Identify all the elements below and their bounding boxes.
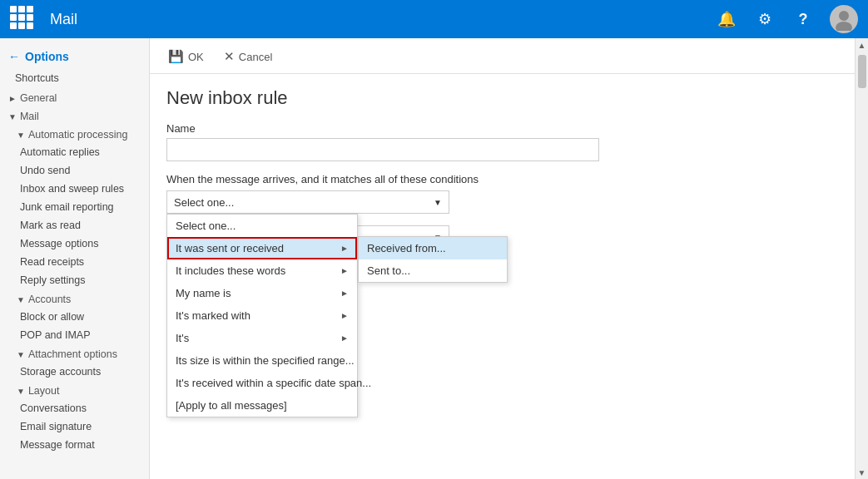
sidebar-item-shortcuts[interactable]: Shortcuts bbox=[0, 68, 149, 88]
dropdown-item-label: [Apply to all messages] bbox=[176, 399, 287, 412]
condition-dropdown-arrow-icon: ▼ bbox=[434, 198, 442, 207]
dropdown-item-marked-with[interactable]: It's marked with ► bbox=[167, 304, 357, 327]
gear-icon[interactable]: ⚙ bbox=[753, 7, 776, 31]
sidebar-item-block-or-allow[interactable]: Block or allow bbox=[0, 308, 149, 326]
dropdown-item-apply-all[interactable]: [Apply to all messages] bbox=[167, 394, 357, 417]
svg-point-0 bbox=[839, 11, 849, 21]
dropdown-item-label: It includes these words bbox=[176, 264, 285, 277]
condition-label: When the message arrives, and it matches… bbox=[166, 173, 838, 185]
sidebar-item-read-receipts[interactable]: Read receipts bbox=[0, 253, 149, 271]
layout-label: Layout bbox=[28, 385, 60, 397]
layout-triangle-icon: ▼ bbox=[17, 387, 25, 396]
options-label: Options bbox=[25, 50, 69, 63]
dropdown-item-its[interactable]: It's ► bbox=[167, 327, 357, 349]
sidebar: ← Options Shortcuts ► General ▼ Mail ▼ A… bbox=[0, 38, 150, 479]
form-body: New inbox rule Name When the message arr… bbox=[150, 74, 855, 279]
mail-label: Mail bbox=[20, 111, 39, 122]
submenu-item-label: Received from... bbox=[367, 242, 446, 254]
sidebar-section-layout[interactable]: ▼ Layout bbox=[0, 381, 149, 399]
sidebar-item-conversations[interactable]: Conversations bbox=[0, 399, 149, 417]
dropdown-item-date-span[interactable]: It's received within a specific date spa… bbox=[167, 372, 357, 394]
cancel-icon: ✕ bbox=[224, 49, 235, 64]
submenu-chevron-icon: ► bbox=[340, 266, 349, 275]
dropdown-item-select-one[interactable]: Select one... bbox=[167, 215, 357, 237]
auto-processing-label: Automatic processing bbox=[28, 129, 128, 141]
submenu-chevron-icon: ► bbox=[340, 289, 349, 298]
sidebar-item-storage-accounts[interactable]: Storage accounts bbox=[0, 363, 149, 381]
dropdown-item-size-range[interactable]: Its size is within the specified range..… bbox=[167, 349, 357, 372]
sidebar-item-auto-replies[interactable]: Automatic replies bbox=[0, 143, 149, 161]
name-input[interactable] bbox=[166, 138, 599, 161]
scroll-up-icon[interactable]: ▲ bbox=[856, 38, 869, 52]
cancel-button[interactable]: ✕ Cancel bbox=[219, 47, 277, 67]
scroll-thumb[interactable] bbox=[858, 55, 866, 88]
page-title: New inbox rule bbox=[166, 87, 838, 109]
main-layout: ← Options Shortcuts ► General ▼ Mail ▼ A… bbox=[0, 38, 868, 479]
dropdown-item-label: It's bbox=[176, 332, 189, 344]
sidebar-item-undo-send[interactable]: Undo send bbox=[0, 161, 149, 180]
condition-select[interactable]: Select one... ▼ bbox=[166, 190, 449, 214]
auto-triangle-icon: ▼ bbox=[17, 131, 25, 140]
sidebar-section-general[interactable]: ► General bbox=[0, 88, 149, 106]
cancel-label: Cancel bbox=[239, 51, 272, 63]
submenu-chevron-icon: ► bbox=[340, 311, 349, 320]
submenu-item-received-from[interactable]: Received from... bbox=[359, 237, 507, 259]
dropdown-item-label: Its size is within the specified range..… bbox=[176, 354, 355, 367]
options-header[interactable]: ← Options bbox=[0, 45, 149, 68]
app-grid-icon[interactable] bbox=[10, 6, 37, 32]
dropdown-item-my-name-is[interactable]: My name is ► bbox=[167, 282, 357, 304]
sidebar-section-mail[interactable]: ▼ Mail bbox=[0, 106, 149, 125]
back-arrow-icon: ← bbox=[8, 50, 20, 63]
dropdown-item-label: My name is bbox=[176, 287, 231, 299]
sidebar-section-attachment[interactable]: ▼ Attachment options bbox=[0, 344, 149, 363]
ok-label: OK bbox=[188, 51, 204, 63]
condition-dropdown-menu: Select one... It was sent or received ► … bbox=[166, 214, 358, 417]
general-label: General bbox=[20, 92, 57, 104]
name-field-label: Name bbox=[166, 122, 838, 135]
condition-select-wrapper: Select one... ▼ bbox=[166, 190, 449, 214]
condition-dropdown-container: Select one... ▼ Select one... It was sen… bbox=[166, 190, 449, 214]
scrollbar: ▲ ▼ bbox=[855, 38, 868, 479]
app-title: Mail bbox=[50, 11, 705, 28]
submenu-chevron-icon: ► bbox=[340, 333, 349, 343]
form-toolbar: 💾 OK ✕ Cancel bbox=[150, 38, 855, 74]
sidebar-item-pop-imap[interactable]: POP and IMAP bbox=[0, 326, 149, 344]
sidebar-item-message-format[interactable]: Message format bbox=[0, 436, 149, 454]
help-icon[interactable]: ? bbox=[791, 7, 815, 31]
sidebar-item-inbox-sweep[interactable]: Inbox and sweep rules bbox=[0, 180, 149, 198]
sidebar-section-accounts[interactable]: ▼ Accounts bbox=[0, 289, 149, 308]
user-avatar[interactable] bbox=[830, 5, 858, 33]
sidebar-item-email-signature[interactable]: Email signature bbox=[0, 417, 149, 436]
dropdown-item-sent-received[interactable]: It was sent or received ► bbox=[167, 237, 357, 259]
mail-triangle-icon: ▼ bbox=[8, 112, 17, 121]
accounts-triangle-icon: ▼ bbox=[17, 295, 25, 304]
content-area: 💾 OK ✕ Cancel New inbox rule Name When t… bbox=[150, 38, 855, 479]
scroll-down-icon[interactable]: ▼ bbox=[856, 466, 869, 479]
dropdown-item-label: Select one... bbox=[176, 220, 236, 232]
submenu-chevron-icon: ► bbox=[340, 244, 349, 253]
accounts-label: Accounts bbox=[28, 294, 71, 305]
attachment-label: Attachment options bbox=[28, 348, 117, 360]
sidebar-item-message-options[interactable]: Message options bbox=[0, 235, 149, 253]
ok-button[interactable]: 💾 OK bbox=[163, 47, 209, 67]
sidebar-item-junk-email[interactable]: Junk email reporting bbox=[0, 198, 149, 216]
save-icon: 💾 bbox=[168, 49, 184, 64]
general-triangle-icon: ► bbox=[8, 94, 17, 103]
condition-select-value: Select one... bbox=[174, 196, 234, 209]
submenu: Received from... Sent to... bbox=[358, 236, 508, 283]
attach-triangle-icon: ▼ bbox=[17, 350, 25, 359]
svg-point-1 bbox=[836, 22, 852, 31]
sidebar-section-auto-processing[interactable]: ▼ Automatic processing bbox=[0, 125, 149, 143]
dropdown-item-includes-words[interactable]: It includes these words ► bbox=[167, 259, 357, 282]
submenu-item-label: Sent to... bbox=[367, 264, 410, 277]
topbar: Mail 🔔 ⚙ ? bbox=[0, 0, 868, 38]
topbar-actions: 🔔 ⚙ ? bbox=[715, 5, 858, 33]
dropdown-item-label: It's marked with bbox=[176, 309, 250, 322]
submenu-item-sent-to[interactable]: Sent to... bbox=[359, 259, 507, 282]
sidebar-item-reply-settings[interactable]: Reply settings bbox=[0, 271, 149, 289]
dropdown-item-label: It was sent or received bbox=[176, 242, 284, 254]
dropdown-item-label: It's received within a specific date spa… bbox=[176, 377, 371, 389]
sidebar-item-mark-as-read[interactable]: Mark as read bbox=[0, 216, 149, 235]
bell-icon[interactable]: 🔔 bbox=[715, 7, 738, 31]
